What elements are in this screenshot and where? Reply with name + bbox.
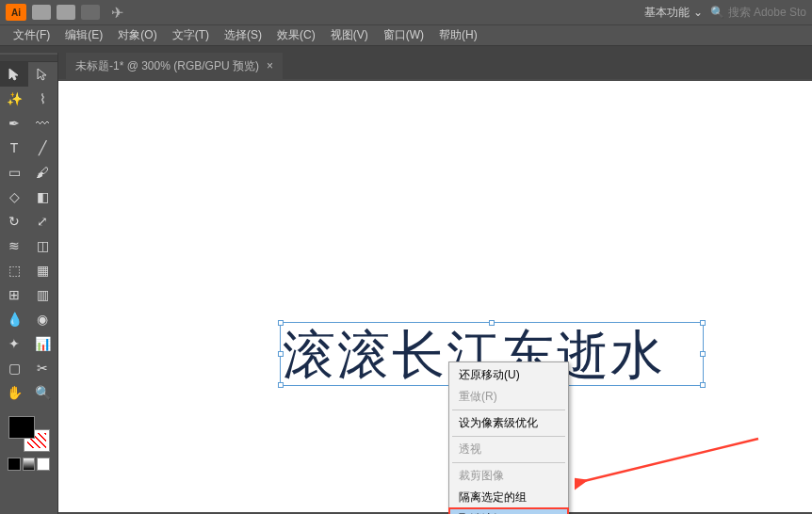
workspace-label: 基本功能 — [644, 5, 690, 21]
annotation-arrow — [575, 429, 763, 505]
menubar: 文件(F) 编辑(E) 对象(O) 文字(T) 选择(S) 效果(C) 视图(V… — [0, 24, 812, 45]
direct-selection-tool[interactable] — [28, 62, 57, 87]
document-title: 未标题-1* @ 300% (RGB/GPU 预览) — [75, 58, 259, 74]
menu-file[interactable]: 文件(F) — [6, 25, 57, 45]
document-tab[interactable]: 未标题-1* @ 300% (RGB/GPU 预览) × — [66, 53, 283, 80]
ctx-perspective: 透视 — [449, 439, 568, 460]
arrange-docs-icon[interactable] — [81, 5, 100, 20]
workspace-switcher[interactable]: 基本功能 ⌄ — [637, 5, 710, 21]
menu-view[interactable]: 视图(V) — [323, 25, 376, 45]
menu-edit[interactable]: 编辑(E) — [57, 25, 110, 45]
hand-tool[interactable]: ✋ — [0, 380, 28, 405]
handle-top-mid[interactable] — [489, 320, 495, 326]
ctx-isolate[interactable]: 隔离选定的组 — [449, 487, 568, 508]
perspective-tool[interactable]: ▦ — [28, 258, 57, 282]
graph-tool[interactable]: 📊 — [28, 331, 57, 356]
menu-type[interactable]: 文字(T) — [165, 25, 217, 45]
menu-window[interactable]: 窗口(W) — [376, 25, 431, 45]
artboard-tool[interactable]: ▢ — [0, 356, 28, 380]
curvature-tool[interactable]: 〰 — [28, 111, 57, 136]
context-menu: 还原移动(U) 重做(R) 设为像素级优化 透视 裁剪图像 隔离选定的组 取消编… — [448, 361, 569, 514]
handle-mid-left[interactable] — [278, 351, 284, 357]
toolbox: ✨ ⌇ ✒ 〰 T ╱ ▭ 🖌 ◇ ◧ ↻ ⤢ ≋ ◫ ⬚ ▦ — [0, 53, 58, 514]
handle-bottom-right[interactable] — [700, 382, 706, 388]
fill-stroke-swatch[interactable] — [8, 416, 50, 452]
gradient-mode-icon[interactable] — [23, 458, 36, 471]
gradient-tool[interactable]: ▥ — [28, 282, 57, 307]
handle-top-right[interactable] — [700, 320, 706, 326]
selection-tool[interactable] — [0, 62, 28, 87]
brush-tool[interactable]: 🖌 — [28, 160, 57, 185]
canvas[interactable]: 滚滚长江东逝水 锚点 还原移动(U) 重做(R) 设为像素级优化 — [58, 81, 812, 512]
svg-line-0 — [584, 439, 758, 481]
chevron-down-icon: ⌄ — [693, 6, 703, 19]
eraser-tool[interactable]: ◧ — [28, 185, 57, 209]
handle-mid-right[interactable] — [700, 351, 706, 357]
ctx-redo: 重做(R) — [449, 386, 568, 408]
menu-select[interactable]: 选择(S) — [217, 25, 269, 45]
free-transform-tool[interactable]: ◫ — [28, 233, 57, 258]
ctx-undo[interactable]: 还原移动(U) — [449, 364, 568, 386]
symbol-sprayer-tool[interactable]: ✦ — [0, 331, 28, 356]
rectangle-tool[interactable]: ▭ — [0, 160, 28, 185]
line-tool[interactable]: ╱ — [28, 136, 57, 160]
slice-tool[interactable]: ✂ — [28, 356, 57, 380]
rotate-tool[interactable]: ↻ — [0, 209, 28, 233]
search-placeholder: 搜索 Adobe Sto — [728, 5, 806, 21]
menu-effect[interactable]: 效果(C) — [269, 25, 323, 45]
stock-icon[interactable] — [57, 5, 75, 20]
fill-swatch[interactable] — [8, 416, 35, 439]
pen-tool[interactable]: ✒ — [0, 111, 28, 136]
app-logo: Ai — [6, 4, 26, 21]
shape-builder-tool[interactable]: ⬚ — [0, 258, 28, 282]
lasso-tool[interactable]: ⌇ — [28, 87, 57, 111]
blend-tool[interactable]: ◉ — [28, 307, 57, 331]
close-tab-button[interactable]: × — [267, 59, 273, 72]
scale-tool[interactable]: ⤢ — [28, 209, 57, 233]
gpu-icon[interactable]: ✈ — [111, 4, 123, 22]
mesh-tool[interactable]: ⊞ — [0, 282, 28, 307]
ctx-ungroup[interactable]: 取消编组 — [449, 508, 568, 514]
color-mode-icon[interactable] — [8, 458, 21, 471]
type-tool[interactable]: T — [0, 136, 28, 160]
ctx-pixel-perfect[interactable]: 设为像素级优化 — [449, 412, 568, 434]
handle-top-left[interactable] — [278, 320, 284, 326]
none-mode-icon[interactable] — [37, 458, 50, 471]
magic-wand-tool[interactable]: ✨ — [0, 87, 28, 111]
handle-bottom-left[interactable] — [278, 382, 284, 388]
ctx-crop: 裁剪图像 — [449, 465, 568, 487]
width-tool[interactable]: ≋ — [0, 233, 28, 258]
zoom-tool[interactable]: 🔍 — [28, 380, 57, 405]
menu-help[interactable]: 帮助(H) — [431, 25, 485, 45]
shaper-tool[interactable]: ◇ — [0, 185, 28, 209]
bridge-icon[interactable] — [32, 5, 51, 20]
search-icon: 🔍 — [710, 6, 724, 19]
menu-object[interactable]: 对象(O) — [110, 25, 164, 45]
search-box[interactable]: 🔍 搜索 Adobe Sto — [710, 5, 806, 21]
eyedropper-tool[interactable]: 💧 — [0, 307, 28, 331]
